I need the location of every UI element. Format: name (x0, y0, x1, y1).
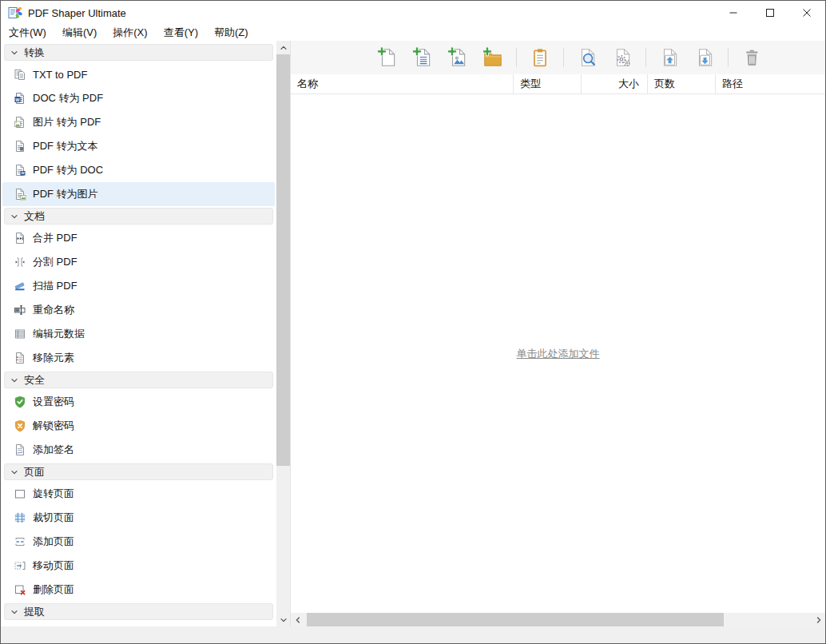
scroll-down-arrow-icon[interactable] (276, 613, 290, 626)
add-files-link[interactable]: 单击此处添加文件 (517, 347, 600, 361)
sidebar-item-delete-pages[interactable]: 删除页面 (2, 578, 275, 602)
menu-actions[interactable]: 操作(X) (106, 25, 153, 41)
sidebar-section-header[interactable]: 安全 (4, 372, 273, 388)
sidebar-item-label: 移除元素 (33, 351, 74, 365)
sidebar-section-header[interactable]: 转换 (4, 44, 273, 61)
sidebar-item-rename-files[interactable]: 重命名称 (2, 298, 275, 322)
scroll-right-arrow-icon[interactable] (812, 613, 825, 626)
column-header-name[interactable]: 名称 (291, 74, 514, 93)
svg-text:W: W (22, 171, 25, 175)
sidebar-item-remove-elements[interactable]: 移除元素 (2, 346, 275, 370)
sidebar-item-add-signature[interactable]: 添加签名 (2, 438, 275, 462)
scroll-left-arrow-icon[interactable] (291, 613, 304, 626)
sidebar-section-header[interactable]: 提取 (4, 603, 273, 620)
sidebar-item-label: 分割 PDF (33, 255, 77, 269)
window-title: PDF Shaper Ultimate (28, 7, 126, 19)
menu-file[interactable]: 文件(W) (2, 25, 53, 41)
sidebar-item-label: 添加签名 (33, 443, 74, 457)
toolbar-delete-button[interactable] (738, 44, 765, 71)
column-header-type[interactable]: 类型 (514, 74, 582, 93)
menu-view[interactable]: 查看(Y) (157, 25, 205, 41)
minimize-icon (729, 9, 737, 17)
preview-document-icon (577, 47, 598, 68)
minimize-button[interactable] (715, 1, 752, 25)
sidebar-item-image-to-pdf[interactable]: 图片 转为 PDF (2, 110, 275, 134)
sidebar-item-label: 解锁密码 (33, 419, 74, 433)
sidebar-item-label: 编辑元数据 (33, 327, 85, 341)
menu-edit[interactable]: 编辑(V) (56, 25, 103, 41)
close-icon (803, 9, 811, 17)
add-document-icon (412, 47, 433, 68)
sidebar-item-rotate-pages[interactable]: 旋转页面 (2, 482, 275, 506)
close-button[interactable] (788, 1, 825, 25)
sidebar-item-pdf-to-text[interactable]: PDF 转为文本 (2, 134, 275, 158)
pdf-to-doc-icon: W (14, 164, 26, 177)
sidebar-item-txt-to-pdf[interactable]: TXT to PDF (2, 62, 275, 86)
doc-to-pdf-icon: W (14, 92, 26, 105)
window-body: 转换TXT to PDFWDOC 转为 PDF图片 转为 PDFPDF 转为文本… (1, 41, 825, 626)
toolbar-add-document-button[interactable] (409, 44, 436, 71)
sidebar-item-pdf-to-image[interactable]: PDF 转为图片 (2, 182, 275, 206)
chevron-down-icon (10, 468, 18, 476)
sidebar-item-label: PDF 转为文本 (33, 139, 98, 153)
sidebar-scrollbar-track[interactable] (276, 54, 290, 613)
add-folder-icon (482, 47, 503, 68)
sidebar-item-unlock-password[interactable]: 解锁密码 (2, 414, 275, 438)
sidebar-scrollbar[interactable] (276, 41, 290, 626)
horizontal-scrollbar-thumb[interactable] (307, 613, 724, 626)
sidebar-item-label: 添加页面 (33, 535, 74, 549)
file-list-header: 名称类型大小页数路径 (291, 74, 825, 94)
pdf-to-image-icon (14, 188, 26, 201)
scroll-up-arrow-icon[interactable] (276, 41, 290, 54)
chevron-down-icon (10, 376, 18, 384)
column-header-pages[interactable]: 页数 (648, 74, 716, 93)
toolbar-paste-button[interactable] (526, 44, 554, 71)
add-signature-icon (14, 443, 26, 456)
toolbar-preview-document-button[interactable] (574, 44, 601, 71)
sidebar-section-header[interactable]: 页面 (4, 463, 273, 480)
chevron-down-icon (10, 608, 18, 616)
toolbar-add-folder-button[interactable] (479, 44, 506, 71)
toolbar-separator (728, 48, 729, 67)
maximize-button[interactable] (752, 1, 788, 25)
chevron-down-icon (10, 49, 18, 57)
sidebar-item-label: PDF 转为图片 (33, 187, 98, 201)
sidebar-item-label: 合并 PDF (33, 231, 77, 245)
sidebar-section-label: 安全 (24, 373, 45, 388)
sidebar-item-pdf-to-doc[interactable]: WPDF 转为 DOC (2, 158, 275, 182)
horizontal-scrollbar[interactable] (291, 613, 825, 626)
sidebar-item-doc-to-pdf[interactable]: WDOC 转为 PDF (2, 86, 275, 110)
toolbar-move-up-button[interactable] (656, 44, 683, 71)
sidebar-item-label: PDF 转为 DOC (33, 163, 103, 177)
sidebar-scrollbar-thumb[interactable] (276, 54, 290, 466)
sidebar-item-merge-pdf[interactable]: 合并 PDF (2, 226, 275, 250)
rotate-pages-icon (14, 487, 26, 500)
edit-metadata-icon (14, 328, 26, 340)
sidebar-item-label: DOC 转为 PDF (33, 91, 103, 105)
sidebar-item-split-pdf[interactable]: 分割 PDF (2, 250, 275, 274)
toolbar-document-settings-button[interactable] (609, 44, 636, 71)
menu-help[interactable]: 帮助(Z) (208, 25, 255, 41)
sidebar-item-scan-pdf[interactable]: 扫描 PDF (2, 274, 275, 298)
sidebar-item-add-pages[interactable]: 添加页面 (2, 530, 275, 554)
sidebar-item-label: 设置密码 (33, 395, 74, 409)
sidebar-item-edit-metadata[interactable]: 编辑元数据 (2, 322, 275, 346)
sidebar-item-set-password[interactable]: 设置密码 (2, 390, 275, 414)
add-pages-icon (14, 535, 26, 548)
toolbar-add-file-button[interactable] (374, 44, 401, 71)
toolbar-add-image-button[interactable] (444, 44, 471, 71)
sidebar-section-header[interactable]: 文档 (4, 208, 273, 225)
delete-pages-icon (14, 583, 26, 596)
txt-to-pdf-icon (14, 68, 26, 81)
toolbar-separator (645, 48, 646, 67)
pdf-to-text-icon (14, 140, 26, 153)
column-header-size[interactable]: 大小 (582, 74, 648, 93)
sidebar: 转换TXT to PDFWDOC 转为 PDF图片 转为 PDFPDF 转为文本… (1, 41, 276, 626)
menu-bar: 文件(W)编辑(V)操作(X)查看(Y)帮助(Z) (1, 25, 825, 41)
delete-icon (741, 47, 762, 68)
sidebar-item-move-pages[interactable]: 移动页面 (2, 554, 275, 578)
add-image-icon (447, 47, 468, 68)
toolbar-move-down-button[interactable] (691, 44, 718, 71)
column-header-path[interactable]: 路径 (716, 74, 825, 93)
sidebar-item-crop-pages[interactable]: 裁切页面 (2, 506, 275, 530)
